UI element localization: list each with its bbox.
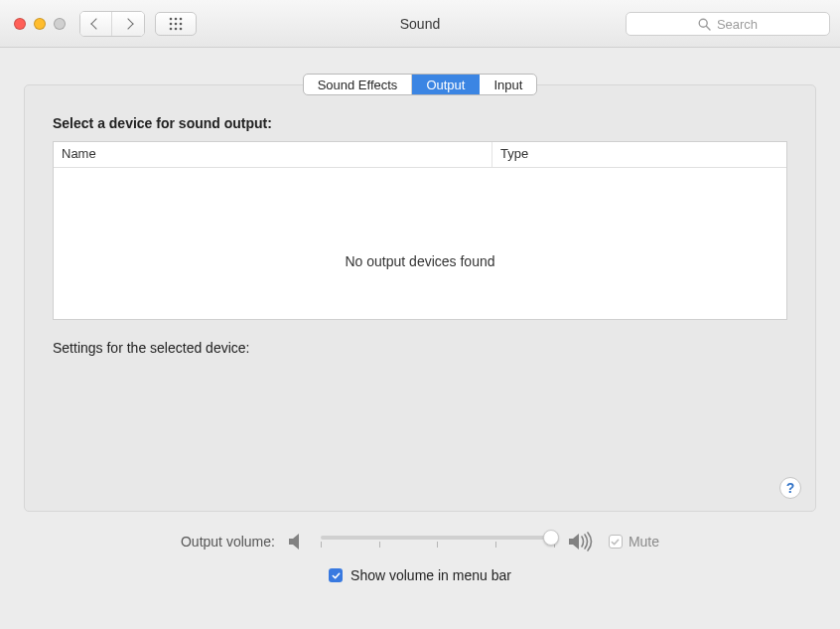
tab-input[interactable]: Input xyxy=(480,75,536,94)
search-input[interactable]: Search xyxy=(626,12,830,36)
title-bar: Sound Search xyxy=(0,0,840,48)
panel-heading: Select a device for sound output: xyxy=(53,115,787,131)
mute-label: Mute xyxy=(629,534,659,550)
svg-point-8 xyxy=(180,27,183,30)
back-button[interactable] xyxy=(80,12,112,36)
minimize-window-button[interactable] xyxy=(34,18,46,30)
search-icon xyxy=(698,18,711,31)
svg-point-1 xyxy=(175,17,178,20)
column-header-name[interactable]: Name xyxy=(54,142,492,167)
close-window-button[interactable] xyxy=(14,18,26,30)
chevron-left-icon xyxy=(90,18,101,29)
show-in-menubar-checkbox[interactable]: Show volume in menu bar xyxy=(0,567,840,583)
checkbox-icon xyxy=(609,535,623,549)
window-controls xyxy=(14,18,66,30)
output-devices-table[interactable]: Name Type No output devices found xyxy=(53,141,787,320)
mute-checkbox[interactable]: Mute xyxy=(609,534,659,550)
svg-point-5 xyxy=(180,22,183,25)
help-icon: ? xyxy=(786,480,795,496)
tab-label: Output xyxy=(426,78,465,92)
grid-icon xyxy=(169,17,183,31)
checkbox-checked-icon xyxy=(329,568,343,582)
svg-point-0 xyxy=(170,17,173,20)
nav-buttons xyxy=(79,11,145,37)
empty-state-text: No output devices found xyxy=(54,253,786,269)
search-placeholder: Search xyxy=(717,17,758,32)
volume-min-icon xyxy=(287,533,309,550)
tab-output[interactable]: Output xyxy=(412,75,480,94)
volume-controls: Output volume: Mute Show volume in menu … xyxy=(0,532,840,583)
tab-sound-effects[interactable]: Sound Effects xyxy=(304,75,413,94)
svg-point-6 xyxy=(170,27,173,30)
volume-max-icon xyxy=(567,532,597,551)
zoom-window-button[interactable] xyxy=(54,18,66,30)
volume-slider[interactable] xyxy=(321,536,555,548)
volume-label: Output volume: xyxy=(181,534,275,550)
chevron-right-icon xyxy=(122,18,133,29)
settings-panel: Select a device for sound output: Name T… xyxy=(24,84,816,512)
show-in-menubar-label: Show volume in menu bar xyxy=(350,567,511,583)
svg-line-10 xyxy=(706,26,710,30)
svg-point-4 xyxy=(175,22,178,25)
tab-label: Sound Effects xyxy=(318,78,398,92)
tab-label: Input xyxy=(493,78,522,92)
svg-point-2 xyxy=(180,17,183,20)
slider-thumb[interactable] xyxy=(543,530,559,546)
show-all-button[interactable] xyxy=(155,12,197,36)
tabs: Sound Effects Output Input xyxy=(0,74,840,95)
svg-point-3 xyxy=(170,22,173,25)
forward-button[interactable] xyxy=(112,12,144,36)
svg-point-7 xyxy=(175,27,178,30)
help-button[interactable]: ? xyxy=(779,477,801,499)
selected-device-heading: Settings for the selected device: xyxy=(53,340,787,356)
column-header-type[interactable]: Type xyxy=(492,142,786,167)
